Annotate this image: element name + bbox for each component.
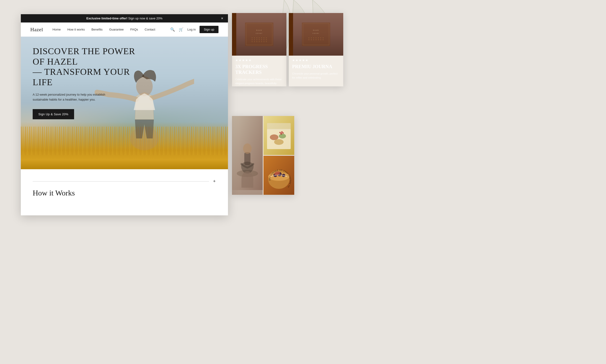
- star-5: ★: [249, 58, 251, 62]
- nav-guarantee[interactable]: Guarantee: [109, 28, 124, 31]
- announcement-text: Sign up now & save 20%: [128, 17, 163, 20]
- nav-actions: 🔍 🛒 Log in Sign up: [170, 26, 219, 33]
- svg-point-48: [237, 170, 258, 177]
- svg-point-54: [279, 134, 286, 138]
- product-card-trackers: book cover: [232, 13, 286, 86]
- divider-line: [33, 181, 209, 182]
- svg-point-56: [280, 133, 282, 135]
- nav-links: Home How it works Benefits Guarantee FAQ…: [53, 28, 171, 31]
- nav-faqs[interactable]: FAQs: [131, 28, 138, 31]
- svg-rect-60: [267, 123, 291, 130]
- photo-meditation: [232, 116, 263, 195]
- divider-star-icon: ✦: [212, 179, 216, 184]
- hero-content: DISCOVER THE POWER OF HAZEL — TRANSFORM …: [33, 46, 146, 119]
- product-card-journal: book cover ★ ★ ★ ★ ★: [289, 13, 343, 86]
- svg-point-0: [130, 127, 158, 150]
- announcement-offer-bold: Exclusive limited-time offer!: [86, 17, 127, 20]
- login-button[interactable]: Log in: [187, 28, 196, 31]
- svg-point-59: [281, 131, 283, 133]
- product-stars-trackers: ★ ★ ★ ★ ★: [235, 58, 283, 62]
- svg-rect-52: [267, 129, 291, 149]
- cart-icon[interactable]: 🛒: [179, 27, 184, 32]
- star-4: ★: [245, 58, 248, 62]
- svg-rect-49: [244, 152, 250, 165]
- star-j5: ★: [305, 58, 308, 62]
- nav-benefits[interactable]: Benefits: [91, 28, 103, 31]
- signup-button[interactable]: Sign up: [199, 26, 219, 33]
- star-2: ★: [239, 58, 241, 62]
- search-icon[interactable]: 🔍: [170, 27, 175, 32]
- star-j4: ★: [302, 58, 305, 62]
- book-texture-2: [289, 13, 343, 56]
- photo-food-bowl: [263, 116, 294, 155]
- nav-how-it-works[interactable]: How it works: [67, 28, 85, 31]
- svg-point-58: [279, 132, 281, 133]
- hero-cta-button[interactable]: Sign Up & Save 20%: [33, 109, 74, 119]
- star-3: ★: [242, 58, 245, 62]
- product-desc-journal: Chronicle your personal growth, perfect …: [292, 72, 340, 79]
- hero-subtitle: A 12-week personalized journey to help y…: [33, 92, 108, 102]
- book-texture-1: [232, 13, 286, 56]
- star-j2: ★: [295, 58, 298, 62]
- section-divider: ✦: [33, 179, 216, 184]
- book-cover-journal: book cover: [289, 13, 343, 56]
- navigation: Hazel Home How it works Benefits Guarant…: [21, 23, 228, 37]
- svg-point-55: [274, 139, 284, 145]
- hero-title: DISCOVER THE POWER OF HAZEL — TRANSFORM …: [33, 46, 146, 88]
- svg-text:get started on your journey to: get started on your journey to: [268, 169, 292, 188]
- announcement-close-button[interactable]: ×: [221, 16, 223, 21]
- svg-point-53: [270, 134, 278, 140]
- book-cover-trackers: book cover: [232, 13, 286, 56]
- photo-dessert: get started on your journey to: [263, 156, 294, 195]
- svg-point-50: [243, 143, 252, 154]
- star-j3: ★: [299, 58, 302, 62]
- product-desc-trackers: Celebrate your achievements with these e…: [235, 78, 283, 86]
- product-title-trackers: 3X PROGRESS TRACKERS: [235, 64, 283, 75]
- site-logo[interactable]: Hazel: [30, 26, 43, 33]
- how-it-works-title: How it Works: [33, 189, 216, 197]
- star-1: ★: [235, 58, 238, 62]
- below-hero-section: ✦ How it Works: [21, 169, 228, 215]
- nav-contact[interactable]: Contact: [145, 28, 155, 31]
- bottom-photos-grid: get started on your journey to: [232, 116, 294, 195]
- star-j1: ★: [292, 58, 295, 62]
- hero-section: DISCOVER THE POWER OF HAZEL — TRANSFORM …: [21, 37, 228, 169]
- nav-home[interactable]: Home: [53, 28, 61, 31]
- circular-badge-text: get started on your journey to: [267, 168, 293, 194]
- product-title-journal: PREMIU JOURNA: [292, 64, 340, 69]
- announcement-bar: Exclusive limited-time offer! Sign up no…: [21, 14, 228, 23]
- main-website-card: Exclusive limited-time offer! Sign up no…: [21, 14, 228, 215]
- product-stars-journal: ★ ★ ★ ★ ★: [292, 58, 340, 62]
